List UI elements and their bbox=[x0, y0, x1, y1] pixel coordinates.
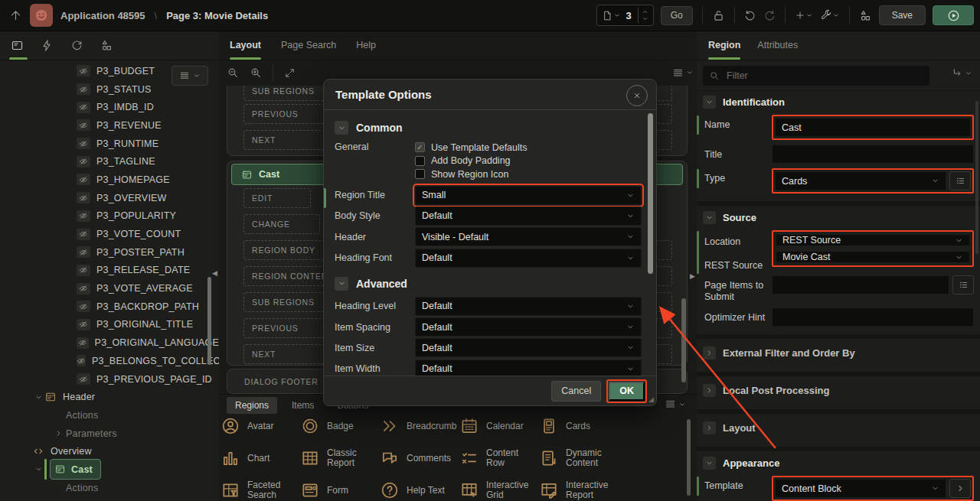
left-tab-dynamic-actions[interactable] bbox=[41, 31, 54, 60]
tree-item-hidden[interactable]: P3_IMDB_ID bbox=[0, 98, 219, 116]
chevron-right-icon[interactable] bbox=[703, 346, 716, 359]
template-select[interactable]: Content Block bbox=[775, 479, 946, 498]
tree-item-hidden[interactable]: P3_OVERVIEW bbox=[0, 189, 219, 207]
gallery-item-calendar[interactable]: Calendar bbox=[459, 416, 539, 436]
rest-source-select[interactable]: Movie Cast bbox=[776, 251, 970, 263]
chevron-right-icon[interactable] bbox=[52, 429, 64, 438]
create-menu-icon[interactable] bbox=[795, 10, 813, 21]
chevron-down-icon[interactable] bbox=[335, 277, 348, 291]
item-spacing-select[interactable]: Default bbox=[415, 317, 642, 337]
gallery-item-form[interactable]: Form bbox=[300, 480, 380, 500]
tree-node-overview[interactable]: Overview bbox=[0, 442, 219, 460]
properties-scrollbar[interactable] bbox=[975, 101, 978, 254]
unlock-icon[interactable] bbox=[712, 9, 725, 22]
gallery-tab-items[interactable]: Items bbox=[283, 397, 322, 414]
shared-components-icon[interactable] bbox=[859, 9, 872, 22]
section-header-appearance[interactable]: Appearance bbox=[697, 451, 980, 473]
breadcrumb-application[interactable]: Application 48595 bbox=[60, 10, 145, 21]
scroll-top-icon[interactable] bbox=[9, 9, 22, 22]
chevron-right-icon[interactable] bbox=[703, 384, 716, 397]
tree-node-header[interactable]: Header bbox=[0, 388, 219, 406]
expand-icon[interactable] bbox=[284, 67, 296, 79]
save-button[interactable]: Save bbox=[879, 5, 926, 25]
tree-item-hidden[interactable]: P3_POPULARITY bbox=[0, 207, 219, 226]
type-list-button[interactable] bbox=[949, 171, 971, 190]
section-header-identification[interactable]: Identification bbox=[697, 90, 980, 112]
layout-slot-edit[interactable]: EDIT bbox=[243, 188, 311, 208]
title-input[interactable] bbox=[772, 145, 974, 164]
right-splitter-handle[interactable]: ▶ bbox=[690, 272, 695, 280]
right-tab-attributes[interactable]: Attributes bbox=[757, 31, 798, 60]
ok-button[interactable]: OK bbox=[609, 382, 645, 401]
chevron-down-icon[interactable] bbox=[613, 11, 621, 19]
selected-node[interactable]: Cast bbox=[50, 459, 101, 480]
dialog-section-common[interactable]: Common bbox=[335, 121, 656, 135]
section-header-source[interactable]: Source bbox=[697, 206, 980, 228]
tree-node-parameters[interactable]: Parameters bbox=[0, 425, 219, 443]
right-tab-region[interactable]: Region bbox=[708, 31, 740, 60]
location-select[interactable]: REST Source bbox=[776, 234, 970, 246]
page-selector[interactable]: 3 bbox=[596, 5, 653, 26]
go-button[interactable]: Go bbox=[661, 6, 693, 25]
chevron-down-icon[interactable] bbox=[703, 96, 716, 109]
page-spinner[interactable] bbox=[638, 8, 652, 23]
region-title-select[interactable]: Small bbox=[415, 186, 642, 205]
gallery-item-classic-report[interactable]: Classic Report bbox=[300, 448, 380, 468]
tree-item-hidden[interactable]: P3_HOMEPAGE bbox=[0, 171, 219, 189]
canvas-scrollbar[interactable] bbox=[681, 298, 686, 382]
gallery-item-avatar[interactable]: Avatar bbox=[220, 416, 300, 436]
tree-item-hidden[interactable]: P3_REVENUE bbox=[0, 116, 219, 135]
gallery-item-content-row[interactable]: Content Row bbox=[459, 448, 539, 468]
page-number[interactable]: 3 bbox=[621, 10, 637, 21]
tree-item-hidden[interactable]: P3_POSTER_PATH bbox=[0, 243, 219, 262]
dialog-section-advanced[interactable]: Advanced bbox=[335, 277, 656, 291]
chevron-right-icon[interactable] bbox=[703, 421, 716, 434]
show-region-icon-checkbox[interactable] bbox=[415, 169, 425, 179]
tree-node-cast[interactable]: Cast bbox=[0, 460, 219, 479]
header-select[interactable]: Visible - Default bbox=[415, 227, 642, 246]
dialog-scrollbar[interactable] bbox=[648, 113, 653, 274]
chevron-down-icon[interactable] bbox=[703, 457, 716, 470]
heading-level-select[interactable]: Default bbox=[415, 297, 642, 316]
cancel-button[interactable]: Cancel bbox=[551, 381, 601, 402]
gallery-item-interactive-grid[interactable]: Interactive Grid bbox=[459, 480, 539, 500]
gallery-item-cards[interactable]: Cards bbox=[539, 416, 619, 436]
item-width-select[interactable]: Default bbox=[415, 359, 642, 376]
filter-box[interactable] bbox=[703, 66, 929, 86]
zoom-in-icon[interactable] bbox=[250, 67, 262, 79]
tree-item-hidden[interactable]: P3_PREVIOUS_PAGE_ID bbox=[0, 370, 219, 389]
utilities-menu-icon[interactable] bbox=[820, 9, 840, 21]
section-header-external-filter-and-order-by[interactable]: External Filter and Order By bbox=[697, 339, 980, 366]
chevron-down-icon[interactable] bbox=[32, 465, 44, 473]
center-tab-help[interactable]: Help bbox=[356, 31, 376, 60]
filter-input[interactable] bbox=[725, 70, 897, 82]
gallery-tab-regions[interactable]: Regions bbox=[227, 397, 277, 414]
body-style-select[interactable]: Default bbox=[415, 207, 642, 226]
run-page-button[interactable] bbox=[933, 5, 974, 25]
tree-item-hidden[interactable]: P3_BACKDROP_PATH bbox=[0, 298, 219, 316]
tree-scrollbar[interactable] bbox=[207, 277, 211, 365]
undo-icon[interactable] bbox=[744, 9, 756, 21]
tree-item-hidden[interactable]: P3_RUNTIME bbox=[0, 135, 219, 153]
gallery-item-help-text[interactable]: Help Text bbox=[380, 480, 459, 500]
go-to-group-button[interactable] bbox=[952, 67, 972, 79]
item-size-select[interactable]: Default bbox=[415, 338, 642, 357]
section-header-local-post-processing[interactable]: Local Post Processing bbox=[697, 376, 980, 404]
tree-item-hidden[interactable]: P3_BELONGS_TO_COLLECTION bbox=[0, 352, 219, 370]
type-select[interactable]: Cards bbox=[775, 171, 946, 190]
layout-slot-change[interactable]: CHANGE bbox=[243, 214, 320, 234]
tree-node-actions[interactable]: Actions bbox=[0, 479, 219, 497]
chevron-down-icon[interactable] bbox=[32, 393, 44, 402]
tree-item-hidden[interactable]: P3_VOTE_COUNT bbox=[0, 225, 219, 243]
layout-menu-button[interactable] bbox=[672, 67, 694, 79]
gallery-item-comments[interactable]: Comments bbox=[380, 448, 459, 468]
tree-item-hidden[interactable]: P3_ORIGINAL_LANGUAGE bbox=[0, 333, 219, 352]
chevron-down-icon[interactable] bbox=[335, 121, 348, 135]
gallery-item-breadcrumb[interactable]: Breadcrumb bbox=[380, 416, 459, 436]
page-items-to-submit-input[interactable] bbox=[772, 275, 949, 294]
optimizer-hint-input[interactable] bbox=[772, 307, 974, 327]
section-header-layout[interactable]: Layout bbox=[697, 414, 980, 441]
page-items-to-submit-list-button[interactable] bbox=[952, 275, 974, 294]
center-tab-page-search[interactable]: Page Search bbox=[281, 31, 336, 60]
gallery-scrollbar[interactable] bbox=[687, 419, 691, 496]
